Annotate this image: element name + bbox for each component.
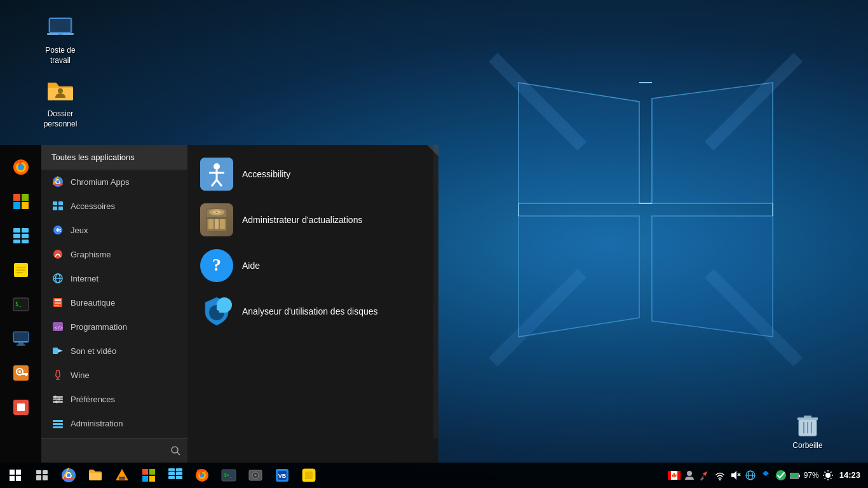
svg-rect-125 [119,477,125,480]
svg-point-110 [172,447,178,453]
svg-text:?: ? [212,255,221,274]
svg-rect-39 [22,240,29,243]
taskbar-app-yellow[interactable] [296,463,322,488]
sidebar-icon-screen[interactable] [5,323,37,355]
taskbar-app-vlc[interactable] [109,463,135,488]
search-icon [171,446,181,456]
taskbar-app-store[interactable] [136,463,161,488]
tray-dropbox[interactable] [759,469,772,482]
svg-rect-112 [10,470,15,475]
category-programmation[interactable]: </> Programmation [41,315,187,339]
tray-network[interactable] [744,469,757,482]
tray-tools[interactable] [698,469,711,482]
search-input[interactable] [48,446,166,456]
administration-icon [51,417,64,430]
tray-wifi[interactable] [714,469,726,482]
category-accessoires-label: Accessoires [71,201,115,211]
svg-rect-89 [53,420,63,422]
category-chromium-apps[interactable]: Chromium Apps [41,170,187,194]
svg-line-176 [824,478,825,479]
category-graphisme[interactable]: Graphisme [41,242,187,266]
sidebar-icon-store[interactable] [5,186,37,217]
category-son-video[interactable]: Son et vidéo [41,339,187,363]
app-entry-accessibility[interactable]: Accessibility [200,151,426,197]
taskbar-app-files[interactable] [83,463,108,488]
start-menu: $_ [0,145,438,463]
app-entry-disk-analyzer[interactable]: Analyseur d'utilisation des disques [200,288,426,334]
svg-rect-38 [22,234,29,238]
svg-point-20 [58,88,63,93]
task-view-button[interactable] [29,463,55,488]
svg-rect-117 [43,470,48,474]
svg-rect-118 [36,475,41,480]
taskbar-app-firefox[interactable] [189,463,215,488]
sidebar-icon-sticky[interactable] [5,254,37,286]
category-graphisme-label: Graphisme [71,250,111,259]
category-bureautique[interactable]: Bureautique [41,290,187,315]
svg-marker-1 [519,83,639,203]
tray-flag[interactable]: 🍁 [668,469,681,482]
svg-point-52 [18,370,21,373]
svg-marker-3 [652,83,773,203]
sidebar-icon-manager[interactable] [5,220,37,252]
sidebar-icon-stop[interactable] [5,391,37,423]
svg-marker-80 [58,349,63,353]
category-administration-label: Administration [71,419,123,428]
start-menu-search [41,438,187,463]
category-internet[interactable]: Internet [41,266,187,290]
tray-brightness[interactable] [822,469,834,482]
desktop-icon-dossier-label: Dossier personnel [35,109,86,129]
taskbar-app-virtualbox[interactable]: VB [269,463,295,488]
app-entry-update[interactable]: Administrateur d'actualizations [200,197,426,243]
app-entry-aide[interactable]: ? Aide [200,243,426,288]
taskbar-app-chromium[interactable] [56,463,81,488]
svg-rect-127 [142,469,148,475]
start-button[interactable] [3,463,28,488]
svg-marker-0 [519,83,639,203]
all-apps-header[interactable]: Toutes les applications [41,145,187,170]
taskbar-app-manager[interactable] [163,463,188,488]
taskbar-app-terminal[interactable]: $>_ [216,463,241,488]
category-administration[interactable]: Administration [41,411,187,435]
svg-line-15 [709,273,798,362]
tray-time[interactable]: 14:23 [837,470,863,480]
svg-rect-128 [149,469,155,475]
tray-check[interactable] [775,469,787,482]
svg-rect-61 [58,201,63,205]
sidebar-icon-firefox[interactable] [5,151,37,183]
svg-rect-37 [22,228,29,233]
svg-point-19 [58,34,63,35]
category-jeux[interactable]: Jeux [41,218,187,242]
svg-rect-154 [677,471,681,480]
tray-sound[interactable] [729,469,742,482]
sidebar-icon-terminal[interactable]: $_ [5,288,37,320]
preferences-icon [51,393,64,405]
svg-text:🍁: 🍁 [671,472,677,478]
app-label-accessibility: Accessibility [242,169,290,179]
recycle-bin[interactable]: Corbeille [785,410,830,450]
taskbar-app-disk[interactable] [243,463,268,488]
category-wine[interactable]: Wine [41,363,187,387]
svg-point-88 [55,401,58,403]
svg-point-59 [57,180,60,184]
svg-rect-114 [10,476,15,481]
tray-battery[interactable]: 97% [790,471,818,480]
tray-clock: 14:23 [839,470,860,480]
svg-point-168 [825,473,831,478]
accessoires-icon [51,200,64,212]
category-son-video-label: Son et vidéo [71,346,116,356]
sidebar-icon-key[interactable] [5,357,37,389]
desktop-icon-poste-travail[interactable]: Poste de travail [35,13,86,65]
desktop-icon-dossier-personnel[interactable]: Dossier personnel [35,76,86,129]
app-label-disk-analyzer: Analyseur d'utilisation des disques [242,306,378,316]
svg-point-68 [60,231,61,232]
category-preferences[interactable]: Préférences [41,387,187,411]
svg-rect-134 [176,468,182,471]
category-accessoires[interactable]: Accessoires [41,194,187,218]
svg-point-87 [58,398,60,401]
app-label-update: Administrateur d'actualizations [242,215,362,225]
tray-user[interactable] [683,469,696,482]
svg-text:</>: </> [55,325,63,330]
wine-icon [51,369,64,381]
svg-point-86 [54,396,57,398]
